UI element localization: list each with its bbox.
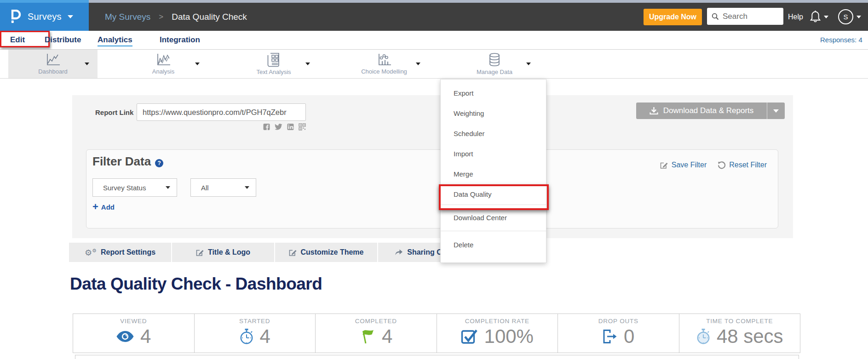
chevron-down-icon [245,186,249,189]
menu-item-data-quality[interactable]: Data Quality [441,184,546,205]
menu-item-weighting[interactable]: Weighting [441,103,546,124]
report-settings-button[interactable]: ⚙⚙ Report Settings [69,243,172,262]
stat-completion-rate: COMPLETION RATE 100% [437,314,558,353]
user-avatar[interactable]: S [838,9,853,24]
upgrade-now-button[interactable]: Upgrade Now [644,9,702,25]
share-icon-row [251,123,306,131]
notifications-button[interactable] [810,10,828,23]
chevron-down-icon[interactable] [526,63,531,65]
avatar-initial: S [843,13,848,21]
add-filter-label: Add [101,203,115,211]
bell-icon [810,10,821,23]
breadcrumb-my-surveys[interactable]: My Surveys [105,12,150,22]
filter-value-value: All [201,184,209,192]
menu-item-scheduler[interactable]: Scheduler [441,124,546,144]
linkedin-icon[interactable] [287,123,294,131]
tab-analysis[interactable]: Analysis [119,50,208,78]
customize-theme-button[interactable]: Customize Theme [275,243,378,262]
stat-label: DROP OUTS [598,318,638,325]
menu-item-import[interactable]: Import [441,144,546,164]
active-tab-underline [98,46,132,46]
stopwatch-light-icon [696,328,711,345]
chevron-down-icon [857,16,861,18]
report-settings-label: Report Settings [101,248,155,256]
chevron-down-icon[interactable] [195,63,200,65]
share-arrow-icon [395,249,403,256]
reset-filter-label: Reset Filter [729,161,767,169]
global-search[interactable] [707,8,783,25]
tab-label: Choice Modelling [361,68,407,75]
tab-manage-data[interactable]: Manage Data [450,50,539,78]
report-link-input[interactable] [137,103,306,121]
filter-value-dropdown[interactable]: All [190,178,256,197]
analytics-toolbar: Dashboard Analysis Text Analysis [0,50,868,79]
nav-item-analytics[interactable]: Analytics [98,31,132,49]
menu-item-export[interactable]: Export [441,83,546,103]
save-filter-label: Save Filter [672,161,707,169]
stat-started: STARTED 4 [195,314,316,353]
search-icon [712,13,719,20]
tab-label: Dashboard [38,68,68,75]
chevron-down-icon[interactable] [305,63,310,65]
help-link[interactable]: Help [788,3,803,31]
title-logo-button[interactable]: Title & Logo [172,243,275,262]
stat-value: 4 [260,325,270,348]
stat-label: TIME TO COMPLETE [706,318,773,325]
bubble-chart-icon [376,53,392,67]
dashboard-report-panel: Report Link [72,95,793,238]
product-switcher[interactable]: Surveys [0,3,89,31]
tab-choice-modelling[interactable]: Choice Modelling [339,50,429,78]
responses-count[interactable]: Responses: 4 [820,31,862,49]
reset-filter-link[interactable]: Reset Filter [718,161,767,169]
facebook-icon[interactable] [263,123,270,131]
save-filter-link[interactable]: Save Filter [660,161,707,169]
nav-item-distribute[interactable]: Distribute [45,31,81,49]
add-filter-link[interactable]: + Add [92,202,115,211]
plus-icon: + [92,202,98,211]
edit-square-icon [660,161,668,169]
flag-icon [359,328,376,345]
search-input[interactable] [723,12,776,21]
download-options-caret[interactable] [767,103,785,119]
tab-label: Analysis [152,68,174,75]
menu-item-merge[interactable]: Merge [441,164,546,184]
qr-code-icon[interactable] [299,123,306,131]
breadcrumb-current-survey: Data Quality Check [172,12,247,22]
tab-label: Manage Data [477,68,512,75]
download-icon [650,107,658,115]
nav-item-edit[interactable]: Edit [10,31,25,49]
multi-line-chart-icon [155,53,171,67]
product-name: Surveys [28,11,62,22]
reset-icon [718,161,725,169]
menu-item-download-center[interactable]: Download Center [441,205,546,231]
menu-item-delete[interactable]: Delete [441,231,546,259]
help-question-icon[interactable]: ? [155,159,163,167]
tab-label: Text Analysis [256,68,291,75]
title-logo-label: Title & Logo [208,248,250,256]
download-data-reports-button[interactable]: Download Data & Reports [636,103,785,119]
filter-field-dropdown[interactable]: Survey Status [92,178,177,197]
database-icon [487,52,502,67]
chevron-down-icon [166,186,170,189]
newspaper-icon [267,52,281,67]
filter-data-title: Filter Data [92,154,151,169]
stat-value: 100% [484,325,534,348]
chevron-down-icon [824,16,828,18]
stat-label: VIEWED [120,318,147,325]
stat-value: 4 [382,325,392,348]
questionpro-logo-icon [9,10,22,24]
nav-item-integration[interactable]: Integration [160,31,200,49]
chevron-down-icon[interactable] [416,63,420,65]
stat-viewed: VIEWED 4 [73,314,195,353]
stat-label: COMPLETED [355,318,397,325]
chevron-down-icon[interactable] [85,63,89,65]
stopwatch-icon [239,328,254,345]
next-section-container [75,355,799,359]
filter-data-box: Filter Data ? Survey Status All + Add Sa… [86,149,778,228]
report-link-label: Report Link [95,108,133,116]
tab-dashboard[interactable]: Dashboard [8,50,98,78]
twitter-icon[interactable] [275,123,282,131]
tab-text-analysis[interactable]: Text Analysis [229,50,318,78]
stat-value: 48 secs [717,325,783,348]
stat-label: STARTED [239,318,270,325]
